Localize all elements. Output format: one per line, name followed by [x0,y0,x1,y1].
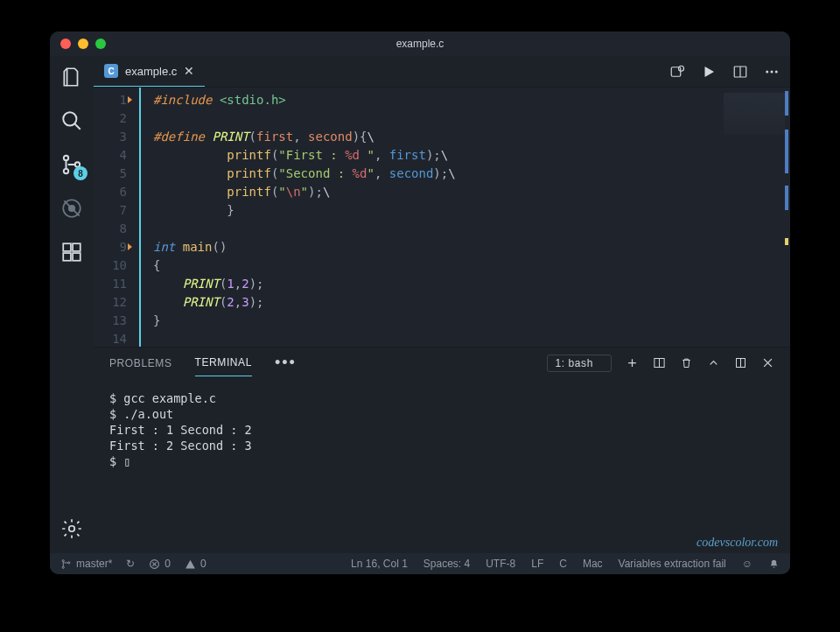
panel-maximize-icon[interactable] [734,356,747,369]
status-sync[interactable]: ↻ [126,558,135,570]
scm-badge: 8 [74,166,88,180]
editor[interactable]: 1234567891011121314 #include <stdio.h> #… [94,88,790,347]
status-feedback-icon[interactable]: ☺ [742,558,752,570]
extensions-icon[interactable] [60,240,84,264]
editor-toolbar [669,56,790,87]
window-title: example.c [50,38,790,50]
svg-point-2 [64,169,68,173]
svg-point-16 [775,70,778,73]
svg-point-15 [771,70,774,73]
line-gutter: 1234567891011121314 [94,88,136,347]
tab-filename: example.c [125,65,177,78]
debug-icon[interactable] [60,196,84,221]
status-bell-icon[interactable] [768,558,780,570]
statusbar: master* ↻ 0 0 Ln 16, Col 1 Spaces: 4 UTF… [50,553,790,574]
more-icon[interactable] [764,64,780,80]
kill-terminal-icon[interactable] [680,356,693,369]
status-warnings[interactable]: 0 [185,558,206,570]
window: example.c 8 [50,32,790,574]
svg-rect-7 [73,243,80,251]
activity-bar: 8 [50,56,94,553]
main-row: 8 C example.c ✕ [50,56,790,553]
terminal-selector[interactable]: 1: bash [547,355,612,372]
status-msg[interactable]: Variables extraction fail [619,558,726,570]
panel-up-icon[interactable] [707,356,720,369]
svg-rect-11 [671,67,681,76]
status-spaces[interactable]: Spaces: 4 [424,558,470,570]
svg-point-21 [68,561,70,563]
status-os[interactable]: Mac [583,558,603,570]
panel-tabs: PROBLEMS TERMINAL ••• 1: bash [94,347,790,378]
split-terminal-icon[interactable] [653,356,666,369]
terminal-output[interactable]: $ gcc example.c $ ./a.out First : 1 Seco… [94,378,790,553]
svg-point-1 [64,156,68,160]
panel-close-icon[interactable] [761,356,774,369]
status-language[interactable]: C [559,558,567,570]
watermark: codevscolor.com [696,536,778,550]
tab-row: C example.c ✕ [94,56,790,88]
svg-point-0 [63,112,76,125]
compare-icon[interactable] [669,64,685,80]
overview-ruler [785,88,788,347]
status-position[interactable]: Ln 16, Col 1 [351,558,408,570]
close-tab-icon[interactable]: ✕ [184,64,194,78]
c-lang-icon: C [104,64,118,78]
svg-rect-6 [63,243,71,251]
content-col: C example.c ✕ 1234567891011121314 #inclu… [94,56,790,553]
svg-rect-8 [63,253,71,261]
minimap[interactable] [724,93,785,135]
status-eol[interactable]: LF [531,558,543,570]
tab-terminal[interactable]: TERMINAL [195,349,252,376]
titlebar[interactable]: example.c [50,32,790,56]
panel-more-icon[interactable]: ••• [275,354,297,372]
svg-point-19 [62,559,64,561]
settings-gear-icon[interactable] [60,516,84,541]
svg-point-12 [679,66,684,71]
svg-point-10 [69,526,75,532]
tab-problems[interactable]: PROBLEMS [109,350,172,376]
search-icon[interactable] [60,109,84,133]
status-encoding[interactable]: UTF-8 [486,558,515,570]
panel-toolbar: 1: bash [547,355,774,372]
explorer-icon[interactable] [60,65,84,89]
status-branch[interactable]: master* [60,558,112,570]
status-errors[interactable]: 0 [149,558,171,570]
svg-rect-9 [73,253,80,261]
svg-point-14 [766,70,768,73]
split-editor-icon[interactable] [732,64,748,80]
tab-example-c[interactable]: C example.c ✕ [94,56,205,87]
code-content[interactable]: #include <stdio.h> #define PRINT(first, … [139,88,790,347]
new-terminal-icon[interactable] [626,356,639,369]
svg-point-20 [62,566,64,568]
run-icon[interactable] [701,64,717,80]
source-control-icon[interactable]: 8 [60,152,84,177]
svg-point-5 [69,206,75,212]
